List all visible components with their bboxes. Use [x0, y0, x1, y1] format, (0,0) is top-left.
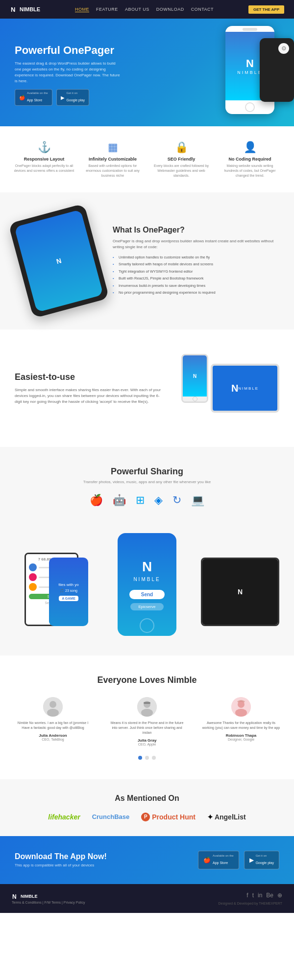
dot-1[interactable] [138, 756, 142, 760]
producthunt-icon: P [141, 813, 150, 821]
avatar-illustration-1 [43, 697, 63, 717]
dot-2[interactable] [145, 756, 149, 760]
user-icon: 👤 [220, 141, 280, 154]
linkedin-icon[interactable]: in [258, 892, 262, 899]
what-phone: N [15, 212, 103, 310]
play-dl-icon: ▶ [249, 857, 254, 863]
download-cta-section: Download The App Now! This app is compat… [0, 836, 294, 884]
svg-point-10 [235, 709, 247, 717]
mentioned-section: As Mentioned On lifehacker CrunchBase P … [0, 779, 294, 836]
testimonial-role-3: Designer, Google [202, 738, 280, 741]
cta-googleplay-label: Google play [256, 861, 274, 864]
cta-appstore-label: App Store [213, 861, 228, 864]
nav-download[interactable]: DOWNLOAD [156, 7, 184, 12]
apple-share-icon: 🍎 [90, 494, 103, 507]
crunchbase-logo: CrunchBase [92, 813, 130, 820]
facebook-icon[interactable]: f [246, 892, 248, 899]
feature-desc-3: Every blocks are crafted followed by Web… [151, 163, 212, 178]
play-icon: ▶ [61, 95, 65, 100]
producthunt-text: Product Hunt [152, 813, 196, 821]
get-app-button[interactable]: GET THE APP [248, 5, 284, 14]
feature-title-2: Infinitely Customizable [82, 157, 143, 162]
svg-point-2 [49, 701, 56, 708]
feature-nocoding: 👤 No Coding Required Making website soun… [216, 141, 284, 178]
easiest-devices: N N NIMBLE [172, 349, 279, 427]
feature-responsive: ⚓ Responsive Layout OnePager blocks adap… [10, 141, 78, 173]
what-phone-screen: N [14, 210, 103, 312]
download-cta-description: This app is compatible with all of your … [15, 863, 107, 867]
what-phone-image: N [8, 204, 109, 319]
mentioned-logos: lifehacker CrunchBase P Product Hunt ✦ A… [10, 813, 284, 821]
windows-icon: ⊞ [136, 494, 145, 507]
nimble-logo-icon: N [10, 5, 18, 13]
apple-icon: 🍎 [19, 95, 25, 100]
bullet-2: Smartly tailored with heaps of mobile de… [113, 261, 279, 268]
what-intro: OnePager is drag and drop wordpress buil… [113, 238, 279, 250]
svg-point-3 [47, 709, 59, 717]
feature-title-1: Responsive Layout [14, 157, 74, 162]
what-heading: What Is OnePager? [113, 226, 279, 234]
hero-badges: 🍎 Available on the App Store ▶ Get it on… [15, 89, 279, 106]
testimonial-role-1: CEO, TalkBlog [14, 738, 92, 741]
testimonial-2: Means it is stored in the Phone and in t… [104, 697, 190, 746]
testimonial-dots [10, 756, 284, 760]
sharing-heading: Powerful Sharing [10, 467, 284, 477]
feature-desc-4: Making website sounds writing hundreds o… [220, 163, 280, 178]
easiest-phone: N [181, 354, 208, 403]
bullet-1: Unlimited option handles to customize we… [113, 254, 279, 261]
dropbox-icon: ◈ [154, 494, 163, 507]
easiest-description: Simple and smooth interface makes sharin… [15, 387, 162, 405]
testimonial-3: Awesome Thanks for the application reall… [198, 697, 284, 746]
lock-icon: 🔒 [151, 141, 212, 154]
angellist-text: AngelList [215, 813, 246, 821]
testimonials-grid: Nimble No worries. I am a big fan of (pr… [10, 697, 284, 746]
mentioned-heading: As Mentioned On [10, 794, 284, 803]
cta-googleplay-button[interactable]: ▶ Get it on Google play [244, 851, 279, 869]
testimonial-text-3: Awesome Thanks for the application reall… [202, 721, 280, 730]
testimonial-name-2: Julia Gray [108, 738, 186, 743]
nav-home[interactable]: HOME [75, 7, 89, 12]
avatar-illustration-3 [231, 697, 251, 717]
cta-appstore-button[interactable]: 🍎 Available on the App Store [198, 851, 239, 869]
testimonials-section: Everyone Loves Nimble Nimble No worries.… [0, 655, 294, 779]
footer-logo: N NIMBLE [12, 893, 85, 900]
googleplay-label: Google play [67, 98, 85, 102]
phone-notch [243, 28, 257, 31]
producthunt-logo: P Product Hunt [141, 813, 196, 821]
avatar-illustration-2 [137, 697, 157, 717]
testimonials-heading: Everyone Loves Nimble [10, 675, 284, 685]
navbar: N NIMBLE HOME FEATURE ABOUT US DOWNLOAD … [0, 0, 294, 19]
sharing-section: Powerful Sharing Transfer photos, videos… [0, 447, 294, 655]
googleplay-button[interactable]: ▶ Get it on Google play [56, 89, 89, 106]
settings-gear[interactable]: ⚙ [278, 43, 289, 54]
footer-privacy[interactable]: Privacy Policy [64, 901, 85, 904]
twitter-icon[interactable]: t [252, 892, 254, 899]
anchor-icon: ⚓ [14, 141, 74, 154]
testimonial-text-2: Means it is stored in the Phone and in t… [108, 721, 186, 735]
grid-icon: ▦ [82, 141, 143, 154]
features-section: ⚓ Responsive Layout OnePager blocks adap… [0, 126, 294, 192]
testimonial-1: Nimble No worries. I am a big fan of (pr… [10, 697, 96, 746]
footer-fw-terms[interactable]: F/W Terms [44, 901, 61, 904]
dot-3[interactable] [152, 756, 156, 760]
testimonial-avatar-1 [43, 697, 63, 717]
hero-heading: Powerful OnePager [15, 44, 279, 57]
appstore-button[interactable]: 🍎 Available on the App Store [15, 89, 52, 106]
download-cta-text: Download The App Now! This app is compat… [15, 852, 107, 867]
feature-title-3: SEO Friendly [151, 157, 212, 162]
footer-terms[interactable]: Terms & Conditions [12, 901, 42, 904]
hero-text: Powerful OnePager The easiest drag & dro… [15, 44, 279, 106]
testimonial-name-3: Robinson Thapa [202, 733, 280, 738]
nav-links: HOME FEATURE ABOUT US DOWNLOAD CONTACT [75, 7, 214, 12]
easiest-tablet: N NIMBLE [211, 364, 279, 413]
what-bullets: Unlimited option handles to customize we… [113, 254, 279, 297]
showcase-phone-left: files with yo 🎵 23 song A GAME [49, 558, 88, 626]
nav-contact[interactable]: CONTACT [191, 7, 214, 12]
nav-about[interactable]: ABOUT US [125, 7, 149, 12]
android-icon: 🤖 [113, 494, 126, 507]
feature-customizable: ▦ Infinitely Customizable Based with unl… [78, 141, 147, 178]
nav-feature[interactable]: FEATURE [96, 7, 118, 12]
svg-point-6 [141, 709, 153, 717]
rss-icon[interactable]: ⊕ [277, 892, 282, 899]
behance-icon[interactable]: Be [266, 892, 273, 899]
